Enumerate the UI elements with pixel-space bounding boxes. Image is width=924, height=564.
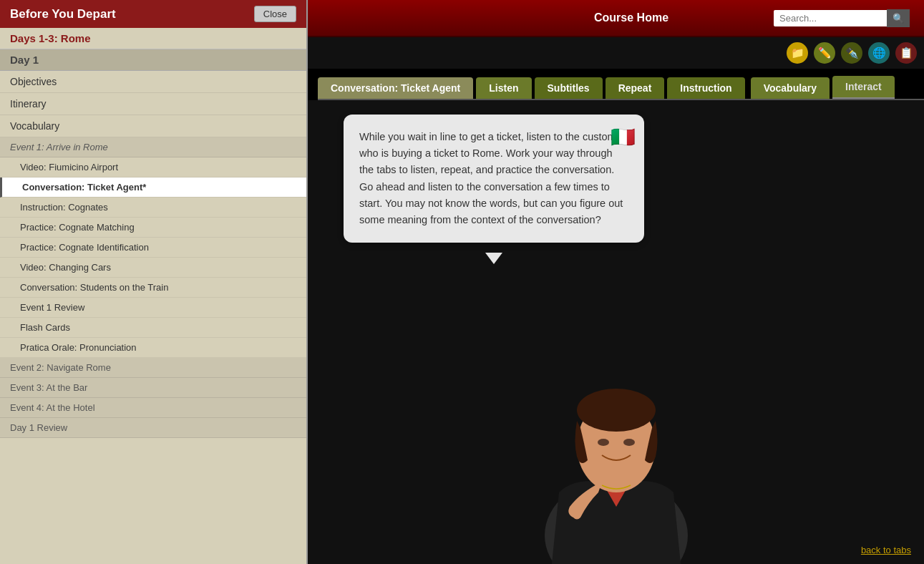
- panel-title: Before You Depart: [10, 7, 116, 21]
- italy-map-icon: 🇮🇹: [611, 122, 636, 154]
- left-panel: Before You Depart Close Days 1-3: Rome D…: [0, 0, 308, 564]
- right-panel: Course Home 🔍 📁 ✏️ ✒️ 🌐 📋 Conversation: …: [308, 0, 924, 564]
- tab-subtitles[interactable]: Subtitles: [535, 77, 603, 99]
- tab-listen[interactable]: Listen: [476, 77, 531, 99]
- day1-header: Day 1: [0, 49, 306, 71]
- svg-point-4: [577, 389, 656, 432]
- sidebar-item-vocabulary[interactable]: Vocabulary: [0, 115, 306, 137]
- back-to-tabs-link[interactable]: back to tabs: [861, 545, 911, 555]
- sidebar-item-itinerary[interactable]: Itinerary: [0, 93, 306, 115]
- sidebar-item-pratica-orale[interactable]: Pratica Orale: Pronunciation: [0, 338, 306, 358]
- main-content: 🇮🇹 While you wait in line to get a ticke…: [308, 100, 924, 564]
- sidebar-item-practice-matching[interactable]: Practice: Cognate Matching: [0, 218, 306, 238]
- top-bar: Course Home 🔍: [308, 0, 924, 37]
- sidebar-item-instruction-cognates[interactable]: Instruction: Cognates: [0, 198, 306, 218]
- svg-point-6: [623, 439, 635, 446]
- pencil-icon[interactable]: ✒️: [841, 42, 862, 64]
- search-input[interactable]: [774, 10, 888, 26]
- sidebar-item-objectives[interactable]: Objectives: [0, 71, 306, 93]
- edit-icon[interactable]: ✏️: [814, 42, 835, 64]
- tabs-row: Conversation: Ticket Agent Listen Subtit…: [308, 69, 924, 99]
- tab-interact[interactable]: Interact: [832, 76, 895, 99]
- folder-icon[interactable]: 📁: [787, 42, 808, 64]
- person-svg: [509, 349, 724, 564]
- sidebar-item-flash-cards[interactable]: Flash Cards: [0, 318, 306, 338]
- sidebar-item-practice-identification[interactable]: Practice: Cognate Identification: [0, 238, 306, 258]
- event1-header: Event 1: Arrive in Rome: [0, 137, 306, 157]
- close-button[interactable]: Close: [254, 6, 296, 22]
- icon-bar: 📁 ✏️ ✒️ 🌐 📋: [308, 37, 924, 69]
- tab-conversation[interactable]: Conversation: Ticket Agent: [318, 77, 473, 99]
- sidebar-item-conversation-students[interactable]: Conversation: Students on the Train: [0, 278, 306, 298]
- sidebar-scroll: Objectives Itinerary Vocabulary Event 1:…: [0, 71, 306, 564]
- sidebar-item-video-fiumicino[interactable]: Video: Fiumicino Airport: [0, 157, 306, 178]
- day1-review-header[interactable]: Day 1 Review: [0, 418, 306, 438]
- days-label: Days 1-3: Rome: [0, 28, 306, 49]
- speech-bubble: 🇮🇹 While you wait in line to get a ticke…: [344, 115, 644, 243]
- search-button[interactable]: 🔍: [887, 9, 910, 27]
- person-image: [509, 349, 724, 564]
- sidebar-item-event1-review[interactable]: Event 1 Review: [0, 298, 306, 318]
- event3-header[interactable]: Event 3: At the Bar: [0, 378, 306, 398]
- event2-header[interactable]: Event 2: Navigate Rome: [0, 358, 306, 378]
- left-header: Before You Depart Close: [0, 0, 306, 28]
- svg-point-5: [598, 439, 609, 446]
- sidebar-item-video-changing-cars[interactable]: Video: Changing Cars: [0, 258, 306, 278]
- list-icon[interactable]: 📋: [895, 42, 917, 64]
- tab-instruction[interactable]: Instruction: [667, 77, 744, 99]
- course-home-link[interactable]: Course Home: [594, 11, 668, 24]
- tab-vocabulary[interactable]: Vocabulary: [751, 77, 830, 99]
- bubble-text: While you wait in line to get a ticket, …: [359, 131, 626, 225]
- sidebar-item-conversation-ticket[interactable]: Conversation: Ticket Agent*: [0, 178, 306, 198]
- tab-repeat[interactable]: Repeat: [606, 77, 665, 99]
- globe-icon[interactable]: 🌐: [868, 42, 890, 64]
- event4-header[interactable]: Event 4: At the Hotel: [0, 398, 306, 418]
